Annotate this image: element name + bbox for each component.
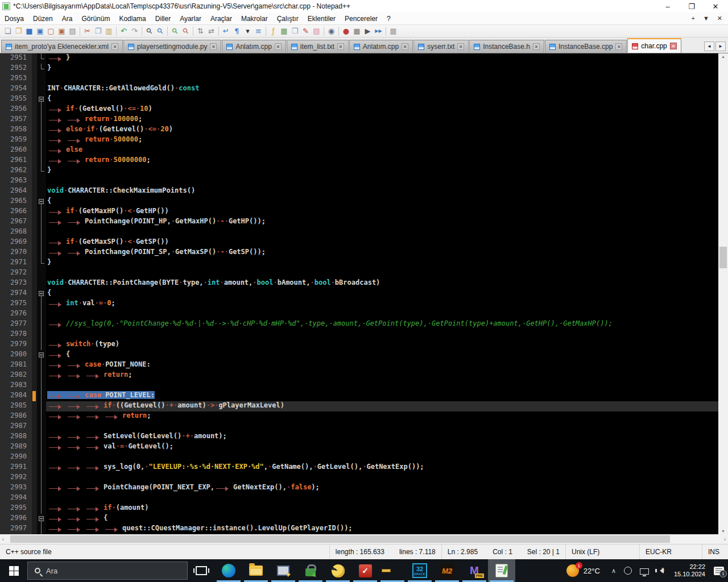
scroll-left-icon[interactable]: ‹	[2, 537, 4, 542]
code-line[interactable]: 2975int·val·=·0;	[0, 299, 718, 309]
notification-center-button[interactable]: 1	[710, 559, 728, 582]
tab-close-icon[interactable]: ✕	[457, 43, 464, 50]
line-number[interactable]: 2991	[0, 463, 32, 473]
fold-margin[interactable]	[37, 258, 46, 268]
save-icon[interactable]: ■	[24, 26, 35, 36]
tab-close-icon[interactable]: ✕	[111, 43, 118, 50]
line-number[interactable]: 2995	[0, 504, 32, 514]
tab-anlat-m.cpp[interactable]: Anlatım.cpp✕	[222, 40, 286, 53]
line-number[interactable]: 2977	[0, 319, 32, 330]
menu-item-ayarlar[interactable]: Ayarlar	[175, 13, 206, 24]
line-number[interactable]: 2958	[0, 125, 32, 135]
menu-item-dosya[interactable]: Dosya	[0, 13, 28, 24]
volume-button[interactable]	[653, 559, 669, 582]
tab-close-icon[interactable]: ✕	[615, 43, 622, 50]
code-line[interactable]: 2958else·if·(GetLevel()·<=·20)	[0, 125, 718, 135]
tab-close-icon[interactable]: ✕	[337, 43, 344, 50]
clock[interactable]: 22:22 15.10.2024	[669, 563, 710, 578]
print-icon[interactable]: ▤	[67, 26, 78, 36]
line-number[interactable]: 2971	[0, 258, 32, 268]
code-line[interactable]: 2974{	[0, 289, 718, 299]
tab-close-icon[interactable]: ✕	[210, 43, 217, 50]
fold-margin[interactable]	[37, 227, 46, 238]
code-line[interactable]: 2976	[0, 309, 718, 319]
fold-margin[interactable]	[37, 299, 46, 309]
code-line[interactable]: 2957return·100000;	[0, 115, 718, 125]
fold-margin[interactable]	[37, 74, 46, 84]
function-list-icon[interactable]: ƒ	[268, 26, 279, 36]
line-number[interactable]: 2970	[0, 248, 32, 258]
fold-margin[interactable]	[37, 289, 46, 299]
scroll-right-icon[interactable]: ›	[724, 537, 726, 542]
fold-margin[interactable]	[37, 360, 46, 371]
close-button[interactable]: ✕	[711, 2, 720, 11]
menu-item-pencereler[interactable]: Pencereler	[340, 13, 382, 24]
line-number[interactable]: 2994	[0, 493, 32, 504]
line-number[interactable]: 2980	[0, 350, 32, 360]
line-number[interactable]: 2961	[0, 156, 32, 166]
line-number[interactable]: 2987	[0, 422, 32, 432]
line-number[interactable]: 2966	[0, 207, 32, 217]
code-line[interactable]: 2966if·(GetMaxHP()·<·GetHP())	[0, 207, 718, 217]
taskbar-app-winrar[interactable]	[379, 559, 406, 582]
code-line[interactable]: 2981case·POINT_NONE:	[0, 360, 718, 371]
open-file-icon[interactable]: ❐	[13, 26, 24, 36]
fold-collapse-icon[interactable]	[39, 516, 44, 521]
code-line[interactable]: 2951}	[0, 53, 718, 64]
redo-icon[interactable]: ↷	[129, 26, 140, 36]
line-number[interactable]: 2964	[0, 186, 32, 197]
line-number[interactable]: 2993	[0, 483, 32, 493]
fold-margin[interactable]	[37, 64, 46, 74]
line-number[interactable]: 2982	[0, 371, 32, 381]
fold-margin[interactable]	[37, 463, 46, 473]
code-line[interactable]: 2988SetLevel(GetLevel()·+·amount);	[0, 432, 718, 442]
fold-collapse-icon[interactable]	[39, 199, 44, 204]
code-line[interactable]: 2956if·(GetLevel()·<=·10)	[0, 105, 718, 115]
copy-icon[interactable]: ❐	[93, 26, 104, 36]
line-number[interactable]: 2976	[0, 309, 32, 319]
line-number[interactable]: 2954	[0, 84, 32, 94]
code-line[interactable]: 2967PointChange(POINT_HP,·GetMaxHP()·-·G…	[0, 217, 718, 227]
task-view-button[interactable]	[188, 559, 215, 582]
menu-item-grnm[interactable]: Görünüm	[77, 13, 114, 24]
code-line[interactable]: 2962}	[0, 166, 718, 176]
edit-marker-icon[interactable]: ✎	[300, 26, 311, 36]
line-number[interactable]: 2969	[0, 238, 32, 248]
code-line[interactable]: 2977//sys_log(0,·"PointChange·%d·%d·|·%d…	[0, 319, 718, 330]
line-number[interactable]: 2981	[0, 360, 32, 371]
code-line[interactable]: 2991sys_log(0,·"LEVELUP:·%s·%d·NEXT·EXP·…	[0, 463, 718, 473]
line-number[interactable]: 2955	[0, 94, 32, 105]
code-line[interactable]: 2953	[0, 74, 718, 84]
line-number[interactable]: 2953	[0, 74, 32, 84]
fold-margin[interactable]	[37, 422, 46, 432]
line-number[interactable]: 2984	[0, 391, 32, 401]
record-macro-icon[interactable]: ●	[341, 26, 351, 36]
fold-collapse-icon[interactable]	[39, 291, 44, 296]
code-line[interactable]: 2961return·50000000;	[0, 156, 718, 166]
tab-close-icon[interactable]: ✕	[533, 43, 540, 50]
code-line[interactable]: 2990	[0, 452, 718, 463]
taskbar-app-red-app[interactable]: ✓	[351, 559, 379, 582]
horizontal-scrollbar[interactable]: ‹ ›	[0, 534, 728, 544]
line-number[interactable]: 2965	[0, 197, 32, 207]
save-macro-icon[interactable]: ▦	[388, 26, 399, 36]
code-line[interactable]: 2994	[0, 493, 718, 504]
line-number[interactable]: 2989	[0, 442, 32, 452]
fold-margin[interactable]	[37, 432, 46, 442]
fold-collapse-icon[interactable]	[39, 97, 44, 102]
code-line[interactable]: 2983	[0, 381, 718, 391]
fold-margin[interactable]	[37, 504, 46, 514]
code-editor[interactable]: 2951}2952}29532954INT·CHARACTER::GetAllo…	[0, 53, 718, 534]
fold-margin[interactable]	[37, 391, 46, 401]
code-line[interactable]: 2993PointChange(POINT_NEXT_EXP,GetNextEx…	[0, 483, 718, 493]
line-number[interactable]: 2985	[0, 401, 32, 411]
line-number[interactable]: 2997	[0, 524, 32, 534]
line-number[interactable]: 2959	[0, 135, 32, 146]
fold-margin[interactable]	[37, 350, 46, 360]
line-number[interactable]: 2967	[0, 217, 32, 227]
menu-close-tab-button-icon[interactable]: ✕	[717, 15, 722, 22]
fold-margin[interactable]	[37, 278, 46, 289]
line-number[interactable]: 2962	[0, 166, 32, 176]
show-all-characters-icon[interactable]: ¶	[231, 26, 242, 36]
fold-margin[interactable]	[37, 135, 46, 146]
